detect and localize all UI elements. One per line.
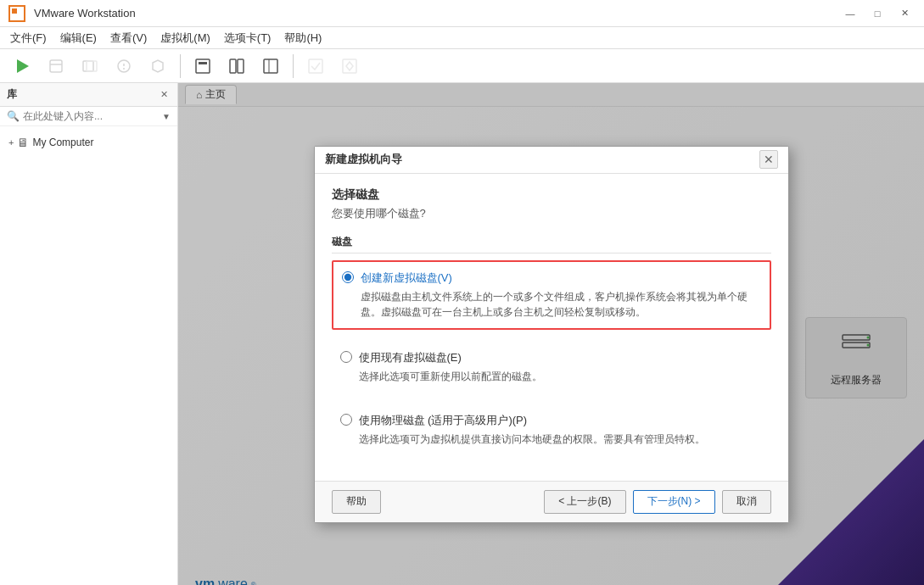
radio-use-existing-label[interactable]: 使用现有虚拟磁盘(E) xyxy=(359,350,763,365)
radio-use-physical-desc: 选择此选项可为虚拟机提供直接访问本地硬盘的权限。需要具有管理员特权。 xyxy=(359,432,763,447)
toolbar-snap-2[interactable] xyxy=(334,54,365,78)
sidebar-close-button[interactable]: ✕ xyxy=(157,88,171,102)
search-dropdown-icon[interactable]: ▼ xyxy=(162,112,171,121)
sidebar-search-input[interactable] xyxy=(23,110,162,122)
radio-option-use-physical: 使用物理磁盘 (适用于高级用户)(P) 选择此选项可为虚拟机提供直接访问本地硬盘… xyxy=(332,404,771,455)
dialog-footer-right: < 上一步(B) 下一步(N) > 取消 xyxy=(544,490,770,514)
dialog-footer-left: 帮助 xyxy=(332,490,381,514)
dialog-group-label: 磁盘 xyxy=(332,235,771,254)
search-icon: 🔍 xyxy=(7,110,20,122)
next-button[interactable]: 下一步(N) > xyxy=(633,490,715,514)
minimize-button[interactable]: — xyxy=(837,4,863,23)
radio-use-existing[interactable] xyxy=(340,351,352,363)
toolbar-separator xyxy=(180,54,181,78)
menu-bar: 文件(F) 编辑(E) 查看(V) 虚拟机(M) 选项卡(T) 帮助(H) xyxy=(0,27,924,49)
radio-create-new-desc: 虚拟磁盘由主机文件系统上的一个或多个文件组成，客户机操作系统会将其视为单个硬盘。… xyxy=(361,289,761,320)
svg-point-7 xyxy=(123,68,125,70)
dialog-body: 选择磁盘 您要使用哪个磁盘? 磁盘 创建新虚拟磁盘(V) 虚拟磁盘由主机文件系统… xyxy=(315,174,788,481)
sidebar: 库 ✕ 🔍 ▼ + 🖥 My Computer xyxy=(0,83,178,585)
new-vm-wizard-dialog: 新建虚拟机向导 ✕ 选择磁盘 您要使用哪个磁盘? 磁盘 创建新虚拟磁盘(V) 虚… xyxy=(314,146,789,523)
my-computer-label: My Computer xyxy=(32,136,93,148)
svg-rect-14 xyxy=(309,59,322,73)
toolbar-separator-2 xyxy=(293,54,294,78)
dialog-title: 新建虚拟机向导 xyxy=(325,152,402,167)
svg-rect-10 xyxy=(230,59,236,73)
sidebar-title: 库 xyxy=(7,87,17,102)
radio-use-physical-content: 使用物理磁盘 (适用于高级用户)(P) 选择此选项可为虚拟机提供直接访问本地硬盘… xyxy=(359,413,763,447)
dialog-section-subtitle: 您要使用哪个磁盘? xyxy=(332,206,771,221)
dialog-footer: 帮助 < 上一步(B) 下一步(N) > 取消 xyxy=(315,481,788,522)
view-full-button[interactable] xyxy=(255,54,286,78)
toolbar xyxy=(0,49,924,83)
dialog-title-bar: 新建虚拟机向导 ✕ xyxy=(315,147,788,174)
toolbar-btn-3[interactable] xyxy=(109,54,139,78)
toolbar-icon-2 xyxy=(81,58,98,75)
back-button[interactable]: < 上一步(B) xyxy=(544,490,625,514)
view-full-icon xyxy=(262,58,279,75)
toolbar-btn-2[interactable] xyxy=(75,54,105,78)
radio-use-existing-desc: 选择此选项可重新使用以前配置的磁盘。 xyxy=(359,369,763,384)
sidebar-search-bar: 🔍 ▼ xyxy=(0,107,177,126)
toolbar-icon-1 xyxy=(48,58,64,75)
vmware-icon xyxy=(8,5,25,22)
toolbar-icon-4 xyxy=(149,58,166,75)
menu-edit[interactable]: 编辑(E) xyxy=(53,29,104,47)
computer-icon: 🖥 xyxy=(17,136,29,149)
snap-icon-2 xyxy=(341,58,358,75)
app-logo xyxy=(7,3,27,24)
svg-marker-0 xyxy=(17,59,29,73)
radio-use-existing-content: 使用现有虚拟磁盘(E) 选择此选项可重新使用以前配置的磁盘。 xyxy=(359,350,763,384)
play-button[interactable] xyxy=(7,54,37,78)
radio-option-use-existing: 使用现有虚拟磁盘(E) 选择此选项可重新使用以前配置的磁盘。 xyxy=(332,342,771,393)
help-button[interactable]: 帮助 xyxy=(332,490,381,514)
sidebar-tree: + 🖥 My Computer xyxy=(0,126,177,159)
toolbar-icon-3 xyxy=(115,58,132,75)
cancel-button[interactable]: 取消 xyxy=(722,490,771,514)
svg-rect-3 xyxy=(83,61,93,71)
radio-create-new-content: 创建新虚拟磁盘(V) 虚拟磁盘由主机文件系统上的一个或多个文件组成，客户机操作系… xyxy=(361,270,761,320)
dialog-section-title: 选择磁盘 xyxy=(332,187,771,203)
view-split-button[interactable] xyxy=(221,54,252,78)
svg-rect-12 xyxy=(264,59,277,73)
toolbar-btn-4[interactable] xyxy=(143,54,173,78)
radio-option-create-new: 创建新虚拟磁盘(V) 虚拟磁盘由主机文件系统上的一个或多个文件组成，客户机操作系… xyxy=(332,260,771,330)
svg-rect-4 xyxy=(87,61,97,71)
menu-vm[interactable]: 虚拟机(M) xyxy=(154,29,217,47)
menu-view[interactable]: 查看(V) xyxy=(104,29,154,47)
radio-create-new-label[interactable]: 创建新虚拟磁盘(V) xyxy=(361,270,761,286)
view-split-icon xyxy=(228,58,245,75)
title-bar: VMware Workstation — □ ✕ xyxy=(0,0,924,27)
sidebar-item-my-computer[interactable]: + 🖥 My Computer xyxy=(3,133,174,152)
main-layout: 库 ✕ 🔍 ▼ + 🖥 My Computer ⌂ 主页 7 xyxy=(0,83,924,585)
svg-rect-1 xyxy=(50,60,62,72)
svg-rect-8 xyxy=(196,59,210,73)
dialog-close-button[interactable]: ✕ xyxy=(759,150,778,169)
dialog-overlay: 新建虚拟机向导 ✕ 选择磁盘 您要使用哪个磁盘? 磁盘 创建新虚拟磁盘(V) 虚… xyxy=(178,83,924,585)
toolbar-snap-1[interactable] xyxy=(300,54,331,78)
sidebar-header: 库 ✕ xyxy=(0,83,177,107)
menu-help[interactable]: 帮助(H) xyxy=(277,29,328,47)
play-icon xyxy=(14,58,31,75)
toolbar-btn-1[interactable] xyxy=(41,54,71,78)
radio-use-physical[interactable] xyxy=(340,414,352,426)
svg-rect-11 xyxy=(238,59,244,73)
view-tab-icon xyxy=(194,58,211,75)
svg-rect-9 xyxy=(199,62,207,64)
menu-tab[interactable]: 选项卡(T) xyxy=(217,29,278,47)
app-title: VMware Workstation xyxy=(34,7,837,20)
maximize-button[interactable]: □ xyxy=(865,4,890,23)
expand-icon: + xyxy=(8,137,14,148)
radio-create-new[interactable] xyxy=(342,271,354,283)
radio-use-physical-label[interactable]: 使用物理磁盘 (适用于高级用户)(P) xyxy=(359,413,763,428)
close-button[interactable]: ✕ xyxy=(892,4,917,23)
snap-icon-1 xyxy=(307,58,324,75)
menu-file[interactable]: 文件(F) xyxy=(3,29,53,47)
window-controls: — □ ✕ xyxy=(837,4,917,23)
content-area: ⌂ 主页 7 ← → 远程服务器 xyxy=(178,83,924,585)
view-tab-button[interactable] xyxy=(188,54,218,78)
